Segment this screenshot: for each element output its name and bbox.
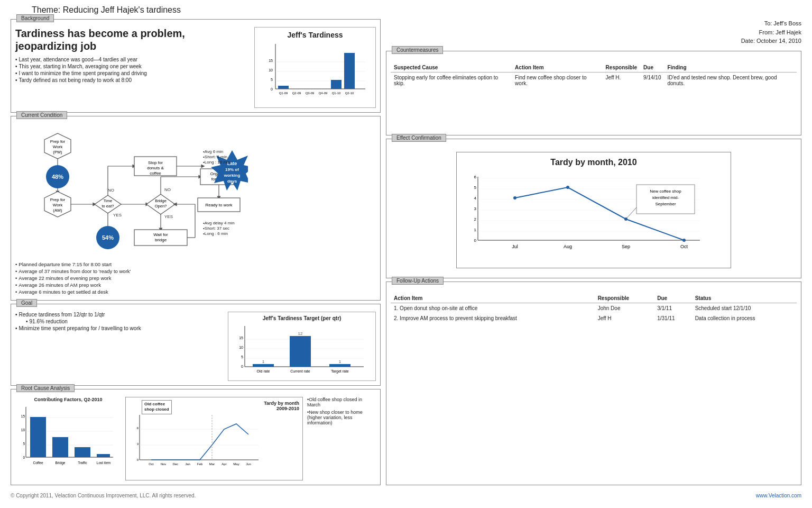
svg-text:0: 0 [271,87,273,91]
website-link[interactable]: www.Velaction.com [756,493,801,498]
svg-text:September: September [655,202,676,206]
svg-text:working: working [224,173,241,178]
svg-text:3: 3 [137,442,139,446]
svg-text:NO: NO [164,187,171,192]
svg-text:10: 10 [239,346,243,349]
svg-text:•Short: 37 sec: •Short: 37 sec [203,226,229,231]
svg-text:to eat?: to eat? [102,204,114,208]
background-section: Background Tardiness has become a proble… [11,19,381,113]
cc-bullets: Planned departure time 7:15 for 8:00 sta… [15,261,376,295]
svg-text:0: 0 [474,238,477,243]
bg-bullet-2: This year, starting in March, averaging … [15,64,250,69]
goal-label: Goal [16,299,37,307]
svg-text:Open?: Open? [155,204,167,208]
svg-text:Jan: Jan [185,462,190,466]
svg-text:0: 0 [23,456,25,459]
date-line: Date: October 14, 2010 [386,37,801,46]
svg-text:Apr: Apr [222,462,226,466]
bg-bullet-1: Last year, attendance was good—4 tardies… [15,57,250,62]
svg-rect-92 [290,336,311,367]
goal-bar-chart-svg: 0 5 10 15 1 Old rate [232,323,369,376]
fu-col-status: Status [692,294,797,303]
svg-text:•Long : 6 min: •Long : 6 min [203,231,228,236]
svg-text:1: 1 [474,228,477,232]
effect-chart-title: Tardy by month, 2010 [462,158,725,167]
svg-text:YES: YES [113,213,122,217]
fu-action-1: 1. Open donut shop on-site at office [391,303,595,313]
current-condition-section: Current Condition Prep for Work (PM) [11,116,381,301]
svg-text:May: May [233,462,239,466]
svg-text:•Avg delay 4 min: •Avg delay 4 min [203,221,235,225]
page-title: Theme: Reducing Jeff Hajek's tardiness [32,5,801,15]
goal-bullets: Reduce tardiness from 12/qtr to 1/qtr 91… [15,312,224,331]
svg-rect-17 [331,80,342,89]
svg-text:10: 10 [269,68,273,72]
svg-rect-107 [30,417,46,457]
cm-cell-due-1: 9/14/10 [640,72,664,88]
rca-bullet-list: •Old coffee shop closed in March •New sh… [307,397,376,425]
effect-line-svg: 0 1 2 3 4 5 6 [462,171,716,261]
svg-text:Prep for: Prep for [50,197,66,202]
copyright: © Copyright 2011, Velaction Continuous I… [11,493,196,498]
svg-text:12: 12 [298,331,303,336]
svg-text:(PM): (PM) [53,150,62,155]
svg-text:NO: NO [108,188,114,193]
svg-rect-111 [75,447,90,457]
background-text: Tardiness has become a problem, jeopardi… [15,27,250,108]
svg-text:6: 6 [137,427,139,430]
svg-text:Mar: Mar [209,462,215,466]
bg-bullet-3: I want to minimize the time spent prepar… [15,70,250,76]
cm-col-finding: Finding [664,63,797,72]
svg-text:Bridge: Bridge [56,461,66,465]
svg-point-151 [513,196,516,199]
rca-bullets: •Old coffee shop closed in March •New sh… [307,397,376,480]
svg-text:4: 4 [474,196,477,201]
goal-bullet-1: Reduce tardiness from 12/qtr to 1/qtr [15,312,224,318]
rca-bar-chart: Contributing Factors, Q2-2010 0 5 10 15 [15,397,121,480]
svg-text:0: 0 [241,365,243,368]
goal-text: Reduce tardiness from 12/qtr to 1/qtr 91… [15,312,224,381]
fu-due-1: 3/1/11 [654,303,691,313]
cm-cell-resp-1: Jeff H. [603,72,640,88]
bg-bullet-4: Tardy defined as not being ready to work… [15,77,250,83]
fu-resp-2: Jeff H [595,313,654,323]
cc-bullet-2: Average of 37 minutes from door to 'read… [15,268,376,274]
svg-text:10: 10 [21,428,25,432]
fu-col-action: Action Item [391,294,595,303]
cm-col-action: Action Item [512,63,603,72]
flowchart-svg: Prep for Work (PM) Prep for Work (AM) [15,124,248,256]
svg-text:Old rate: Old rate [257,369,270,373]
countermeasures-label: Countermeasures [392,46,443,54]
countermeasures-table: Suspected Cause Action Item Responsible … [391,63,797,88]
svg-text:•Long : 10 min: •Long : 10 min [203,160,230,165]
svg-text:Oct: Oct [149,462,154,466]
page: Theme: Reducing Jeff Hajek's tardiness B… [0,0,812,508]
flow-diagram: Prep for Work (PM) Prep for Work (AM) [15,124,376,257]
fu-status-1: Scheduled start 12/1/10 [692,303,797,313]
svg-text:Work: Work [53,203,63,207]
svg-text:2: 2 [474,217,477,222]
from-line: From: Jeff Hajek [386,28,801,37]
rca-label: Root Cause Analysis [16,384,75,392]
svg-text:15: 15 [21,414,25,418]
fu-status-2: Data collection in process [692,313,797,323]
svg-text:54%: 54% [102,234,114,241]
svg-point-154 [682,239,686,242]
svg-text:Dec: Dec [173,462,179,466]
svg-rect-95 [329,364,350,367]
cc-bullet-5: Average 6 minutes to get settled at desk [15,289,376,295]
cc-bullet-1: Planned departure time 7:15 for 8:00 sta… [15,261,376,267]
fu-col-due: Due [654,294,691,303]
rca-content: Contributing Factors, Q2-2010 0 5 10 15 [11,389,380,485]
svg-text:1: 1 [339,359,342,364]
background-bullets: Last year, attendance was good—4 tardies… [15,57,250,83]
fu-row-2: 2. Improve AM process to prevent skippin… [391,313,797,323]
svg-text:48%: 48% [52,174,63,180]
background-headline: Tardiness has become a problem, jeopardi… [15,27,250,52]
tardiness-chart: Jeff's Tardiness 0 5 10 15 [254,27,376,108]
goal-content: Reduce tardiness from 12/qtr to 1/qtr 91… [11,304,380,385]
tardiness-bar-chart: 0 5 10 15 Q1-09 [262,41,368,99]
current-condition-label: Current Condition [16,111,67,119]
svg-text:19% of: 19% of [225,167,239,172]
goal-bullet-3: Minimize time spent preparing for / trav… [15,325,224,331]
